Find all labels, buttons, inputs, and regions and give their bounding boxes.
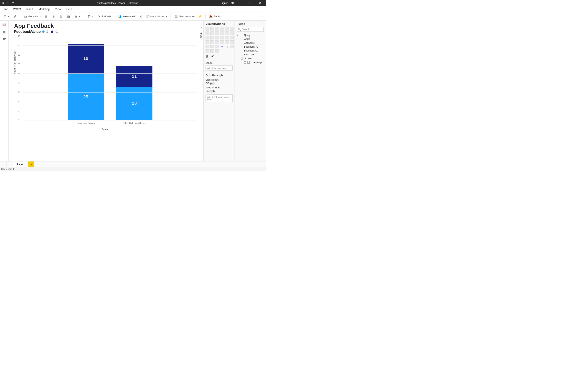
new-visual-button[interactable]: 📊New visual [117,14,136,19]
filters-pane-collapsed[interactable]: ‹ ▿ Filters [199,21,204,161]
format-tab-icon[interactable]: 🖌 [211,54,214,59]
menu-file[interactable]: File [3,8,8,12]
undo-icon[interactable]: ↶ [7,1,9,4]
field-appname[interactable]: AppName [237,41,264,45]
field-feedbackva[interactable]: FeedbackVa... [237,49,264,53]
field-feedbackfr[interactable]: FeedbackFr... [237,45,264,49]
keep-filters-label: Keep all filters [205,86,233,89]
y-axis-title: Count of FeedbackValue [14,50,16,74]
cross-report-toggle[interactable] [209,82,215,85]
fields-pane: Fields › 🔍 Search ⌄ Query1 AppId AppName… [235,21,266,161]
fields-header: Fields [237,22,245,25]
legend-swatch-2-icon [51,31,53,33]
minimize-button[interactable]: — [236,1,244,4]
keep-filters-toggle[interactable] [209,90,215,93]
data-view-icon[interactable]: ▦ [2,30,6,34]
field-appid[interactable]: AppId [237,37,264,41]
chart-legend: FeedbackValue 1 -1 [14,30,197,34]
field-message[interactable]: message [237,53,264,57]
transform-data-button[interactable]: 🛠▾ [86,14,95,19]
text-box-button[interactable]: A [137,14,143,19]
publish-button[interactable]: 📤Publish [208,14,223,19]
values-label: Values [205,62,233,64]
new-measure-button[interactable]: 🧮New measure [173,14,196,19]
signin-link[interactable]: Sign in [220,1,228,4]
page-prev-button[interactable]: ‹ [0,162,7,167]
drill-through-well[interactable]: Add drill-through fields here [205,94,233,102]
visualizations-header: Visualizations [205,22,225,25]
sql-source-button[interactable]: 🗎 [58,14,64,19]
quick-measure-button[interactable]: ⚡ [197,14,203,19]
table-icon [240,34,243,36]
menu-insert[interactable]: Insert [26,8,33,12]
bar-1[interactable]: 1118 [116,66,152,120]
save-icon[interactable]: 🖫 [1,1,4,4]
field-timestamp[interactable]: ⌄timestamp [237,60,264,64]
refresh-button[interactable]: ⟳Refresh [96,14,112,19]
filters-label: Filters [200,32,203,38]
redo-icon[interactable]: ↷ [12,1,14,4]
menu-modeling[interactable]: Modeling [38,8,49,12]
page-status: PAGE 1 OF 1 [1,168,14,170]
fields-search-input[interactable]: 🔍 Search [237,27,264,32]
excel-source-button[interactable]: 🗎 [43,14,49,19]
drill-through-header: Drill through [205,74,233,77]
more-visuals-button[interactable]: 📈More visuals▾ [144,14,168,19]
page-next-button[interactable]: › [7,162,13,167]
collapse-visualizations-icon[interactable]: › [232,23,233,25]
recent-sources-button[interactable]: 🗎▾ [73,14,81,19]
maximize-button[interactable]: ▢ [246,1,254,4]
enter-data-button[interactable]: ▦ [66,14,71,19]
report-view-icon[interactable]: 📊 [2,23,6,26]
report-canvas[interactable]: App Feedback FeedbackValue 1 -1 Count of… [9,21,199,161]
menu-view[interactable]: View [55,8,61,12]
menu-tabs: File Home Insert Modeling View Help [0,6,266,12]
category-label: Select Colleague Screen [116,122,152,124]
title-bar: 🖫 ↶ ↷ AppInsightsDocs - Power BI Desktop… [0,0,266,6]
report-title: App Feedback [14,23,197,29]
paste-button[interactable]: 📋▾ [2,14,10,19]
add-page-button[interactable]: + [28,162,34,167]
legend-swatch-1-icon [42,31,45,33]
stacked-bar-chart[interactable]: Count of FeedbackValue Screen 16251118 0… [14,35,197,126]
calendar-icon [247,61,250,64]
model-view-icon[interactable]: 🗺 [2,37,6,41]
menu-home[interactable]: Home [13,7,21,12]
fields-well-tab-icon[interactable]: ▦ [205,54,208,59]
values-well[interactable]: Add data fields here [205,66,233,71]
x-axis-title: Screen [14,128,197,131]
ribbon: 📋▾ 🖌 🗂Get data▾ 🗎 🗎 🗎 ▦ 🗎▾ 🛠▾ ⟳Refresh 📊… [0,12,266,21]
field-screen[interactable]: Screen [237,57,264,60]
visualizations-pane: Visualizations › RPy ⋯ ▦ 🖌 Values Add da… [204,21,235,161]
page-tabs: ‹ › Page 1 + [0,161,266,167]
filters-funnel-icon: ▿ [201,26,202,29]
close-button[interactable]: ✕ [256,1,264,4]
expand-filters-icon[interactable]: ‹ [201,22,202,24]
view-rail: 📊 ▦ 🗺 [0,21,9,161]
format-painter-button[interactable]: 🖌 [12,14,18,19]
status-bar: PAGE 1 OF 1 [0,167,266,171]
bar-0[interactable]: 1625 [68,44,104,120]
page-tab-1[interactable]: Page 1 [13,162,28,167]
window-title: AppInsightsDocs - Power BI Desktop [14,1,220,4]
get-data-button[interactable]: 🗂Get data▾ [23,14,42,19]
visualization-picker[interactable]: RPy ⋯ [205,27,233,53]
cross-report-label: Cross-report [205,79,233,81]
table-query1[interactable]: ⌄ Query1 [237,33,264,37]
collapse-fields-icon[interactable]: › [263,23,264,25]
avatar-placeholder-icon[interactable] [231,2,234,4]
search-icon: 🔍 [238,28,241,31]
category-label: Dashboard Screen [68,122,104,124]
menu-help[interactable]: Help [66,8,72,12]
ribbon-overflow-icon[interactable]: ▾ [262,15,264,17]
pbi-dataset-button[interactable]: 🗎 [51,14,57,19]
